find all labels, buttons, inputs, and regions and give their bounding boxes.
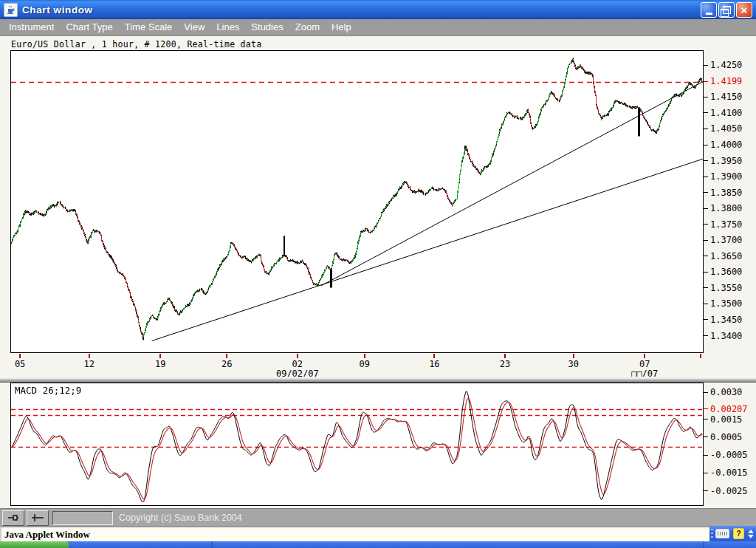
time-tick-mark	[700, 354, 701, 358]
pin-icon	[7, 514, 19, 521]
close-button[interactable]: ×	[736, 2, 752, 18]
menu-item-help[interactable]: Help	[326, 19, 357, 35]
macd-axis: 0.00300.00150.0005-0.0005-0.0015-0.00250…	[704, 383, 755, 506]
window-title: Chart window	[22, 4, 93, 16]
taskbar-separator	[703, 541, 704, 548]
maximize-button[interactable]	[718, 2, 735, 18]
axis-tick-label: -0.0015	[704, 468, 748, 478]
crosshair-icon	[31, 513, 44, 522]
menu-item-zoom[interactable]: Zoom	[289, 19, 326, 35]
axis-tick-label: 0.0015	[704, 414, 742, 424]
axis-tick-label: 1.3450	[704, 315, 742, 324]
time-tick-label: 07	[639, 359, 650, 369]
panel-splitter[interactable]	[0, 377, 756, 383]
menu-item-time-scale[interactable]: Time Scale	[119, 19, 179, 35]
minimize-icon	[706, 13, 712, 15]
time-tick-label: 30	[568, 359, 578, 369]
title-bar[interactable]: Chart window ×	[0, 0, 756, 19]
axis-tick-label: 1.3650	[704, 251, 742, 261]
status-toolbar: Copyright (c) Saxo Bank 2004	[0, 508, 756, 527]
axis-tick-label: 1.3750	[704, 219, 742, 229]
axis-tick-label: 1.4000	[704, 140, 742, 150]
time-tick-label: 16	[429, 359, 439, 369]
macd-plot[interactable]: MACD 26;12;9	[10, 383, 704, 506]
menu-item-studies[interactable]: Studies	[245, 19, 289, 35]
menu-item-lines[interactable]: Lines	[210, 19, 245, 35]
time-tick-mark	[89, 354, 90, 358]
start-button[interactable]	[0, 541, 69, 548]
axis-tick-label: 0.0005	[704, 432, 742, 442]
axis-tick-label: 1.3850	[704, 188, 742, 197]
java-applet-banner-text: Java Applet Window	[4, 529, 90, 541]
macd-canvas[interactable]	[11, 383, 703, 505]
taskbar[interactable]	[0, 541, 756, 548]
close-icon: ×	[741, 4, 748, 16]
menu-item-view[interactable]: View	[178, 19, 210, 35]
axis-tick-label: 1.3400	[704, 331, 742, 340]
axis-tick-label: 1.3800	[704, 204, 742, 213]
price-chart-canvas[interactable]	[11, 51, 703, 352]
menu-bar: InstrumentChart TypeTime ScaleViewLinesS…	[0, 19, 756, 36]
axis-tick-label: 1.3600	[704, 267, 742, 277]
price-chart-plot[interactable]	[10, 50, 704, 353]
time-tick-mark	[297, 354, 298, 358]
time-tick-mark	[226, 354, 227, 358]
axis-tick-label: 1.3700	[704, 236, 742, 245]
time-tick-mark	[433, 354, 435, 358]
time-tick-label: 26	[221, 359, 232, 369]
tray-separator	[711, 529, 713, 539]
axis-tick-label: 1.3500	[704, 299, 742, 309]
current-value-label: 0.00207	[704, 404, 748, 414]
show-hidden-arrows-icon[interactable]	[748, 530, 754, 538]
java-coffee-cup-icon	[4, 3, 18, 17]
time-axis: 051219260209/02/070916233007□□/07	[10, 353, 704, 377]
time-tick-label: 09	[360, 359, 370, 369]
time-tick-mark	[159, 354, 161, 358]
time-tick-mark	[364, 354, 365, 358]
axis-tick-label: 1.4150	[704, 92, 742, 102]
axis-tick-label: 1.3900	[704, 172, 742, 182]
time-tick-label: 23	[500, 359, 510, 369]
system-tray: ?	[709, 526, 756, 541]
screen: { "window": { "title": "Chart window" },…	[0, 0, 756, 548]
price-axis: 1.42501.41501.41001.40501.40001.39501.39…	[704, 50, 755, 353]
macd-study-label: MACD 26;12;9	[15, 385, 81, 396]
time-tick-label: 02	[292, 359, 303, 369]
axis-tick-label: 1.4250	[704, 61, 742, 70]
keyboard-icon[interactable]	[715, 529, 729, 538]
time-tick-mark	[504, 354, 506, 358]
axis-tick-label: 1.4100	[704, 108, 742, 117]
time-tick-mark	[19, 354, 21, 358]
pin-button[interactable]	[2, 510, 24, 526]
time-tick-mark	[573, 354, 574, 358]
chart-header: Euro/US Dollar , 1 hour, # 1200, Real-ti…	[11, 39, 262, 49]
axis-tick-label: -0.0025	[704, 486, 748, 496]
help-icon[interactable]: ?	[733, 528, 744, 539]
time-tick-label: 19	[155, 359, 165, 369]
time-tick-label: 05	[15, 359, 25, 369]
axis-tick-label: 1.4050	[704, 124, 742, 134]
minimize-button[interactable]	[701, 2, 717, 18]
copyright-text: Copyright (c) Saxo Bank 2004	[119, 513, 242, 523]
java-applet-banner: Java Applet Window	[0, 527, 709, 541]
menu-item-chart-type[interactable]: Chart Type	[60, 19, 118, 35]
axis-tick-label: -0.0005	[704, 451, 748, 460]
time-tick-label: 12	[84, 359, 94, 369]
axis-tick-label: 1.3550	[704, 283, 742, 292]
axis-tick-label: 1.3950	[704, 156, 742, 165]
status-field[interactable]	[52, 511, 113, 525]
taskbar-separator	[211, 541, 213, 548]
menu-item-instrument[interactable]: Instrument	[3, 19, 60, 35]
crosshair-button[interactable]	[27, 510, 49, 526]
axis-tick-label: 0.0030	[704, 388, 742, 397]
restore-icon	[723, 6, 731, 14]
time-tick-mark	[644, 354, 645, 358]
current-value-label: 1.4199	[704, 77, 742, 86]
